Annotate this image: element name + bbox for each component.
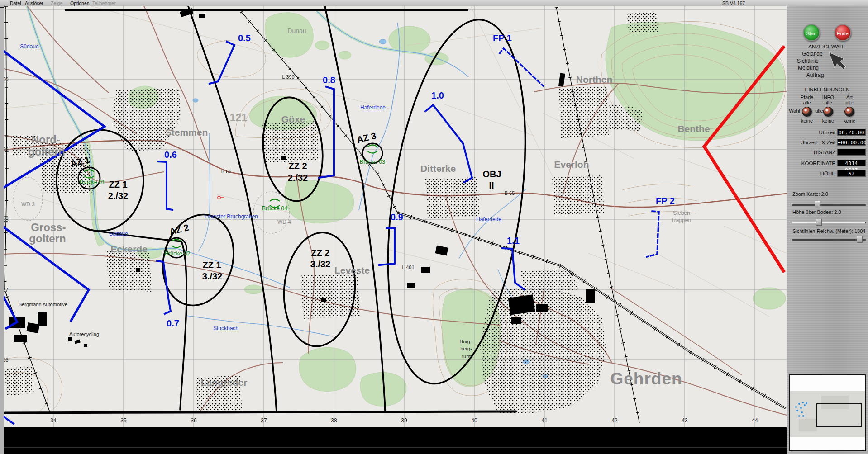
- knob-name: INFO: [818, 95, 839, 100]
- koordinate-label: KOORDINATE: [787, 160, 835, 167]
- slider-track[interactable]: [792, 222, 866, 223]
- hoehe-label: HÖHE: [787, 170, 835, 177]
- hoehe-boden-label: Höhe über Boden: 2.0: [792, 209, 841, 215]
- menu-ausloeser[interactable]: Auslöser: [25, 0, 43, 6]
- option-sichtlinie[interactable]: Sichtlinie: [797, 58, 819, 64]
- art-knob[interactable]: [844, 107, 854, 117]
- knob-top-label: alle: [818, 100, 839, 105]
- slider-handle[interactable]: [857, 236, 863, 243]
- knob-name: Art: [839, 95, 860, 100]
- map-canvas[interactable]: Nord-golternGross-golternStemmenEckerdeG…: [4, 6, 787, 427]
- menu-optionen[interactable]: Optionen: [70, 0, 90, 6]
- uhrzeit-label: Uhrzeit: [787, 129, 835, 136]
- sichtlinien-label: Sichtlinien-Reichw. (Meter): 1804: [792, 228, 865, 234]
- menu-datei[interactable]: Datei: [10, 0, 21, 6]
- slider-handle[interactable]: [816, 219, 822, 226]
- message-bar: [4, 427, 787, 454]
- distanz-display: [837, 149, 866, 156]
- uhrzeit-display: 06:20:00: [837, 129, 866, 136]
- zoom-karte-label: Zoom Karte: 2.0: [792, 191, 828, 197]
- mouse-cursor-icon: [828, 52, 847, 72]
- hoehe-display: 62: [837, 170, 866, 177]
- knob-bottom-label: keine: [839, 118, 860, 123]
- knob-top-label: alle: [839, 100, 860, 105]
- slider-handle[interactable]: [815, 201, 820, 208]
- option-auftrag[interactable]: Auftrag: [806, 72, 824, 78]
- knob-top-label: alle: [796, 100, 817, 105]
- koordinate-display: 4314 9617: [837, 160, 866, 166]
- option-meldung[interactable]: Meldung: [798, 65, 819, 71]
- info-knob[interactable]: [823, 107, 833, 117]
- start-button[interactable]: Start: [803, 24, 820, 41]
- info-knob-group: INFO alle keine: [818, 95, 839, 123]
- sichtlinien-slider[interactable]: [792, 236, 866, 244]
- xzeit-label: Uhrzeit - X-Zeit: [787, 139, 835, 146]
- application-window: Datei Auslöser Zeige Optionen Teilnehmer…: [0, 0, 868, 454]
- option-gelaende[interactable]: Gelände: [802, 51, 822, 57]
- einblendungen-title: EINBLENDUNGEN: [787, 87, 868, 92]
- menu-zeige: Zeige: [51, 0, 62, 6]
- xzeit-display: +00:00:00: [837, 139, 866, 146]
- hoehe-boden-slider[interactable]: [792, 218, 866, 227]
- knob-name: Pfade: [796, 95, 817, 100]
- knob-bottom-label: keine: [818, 118, 839, 123]
- control-sidebar: Start Ende ANZEIGEWAHL Gelände Sichtlini…: [787, 6, 868, 454]
- pfade-knob[interactable]: [802, 107, 812, 117]
- overview-minimap[interactable]: [789, 374, 866, 451]
- slider-track[interactable]: [792, 239, 866, 241]
- map-graphics: [4, 6, 787, 427]
- menu-teilnehmer: Teilnehmer: [92, 0, 115, 6]
- app-version-title: SB V4.167: [722, 0, 745, 6]
- wahl-label: Wahl: [787, 108, 800, 114]
- zoom-karte-slider[interactable]: [792, 201, 866, 209]
- message-bar-divider: [4, 447, 787, 448]
- knob-bottom-label: keine: [796, 118, 817, 123]
- distanz-label: DISTANZ: [787, 149, 835, 156]
- art-knob-group: Art alle keine: [839, 95, 860, 123]
- ende-button[interactable]: Ende: [834, 24, 851, 41]
- menu-bar: Datei Auslöser Zeige Optionen Teilnehmer…: [0, 0, 868, 6]
- anzeigewahl-title: ANZEIGEWAHL: [787, 44, 868, 49]
- slider-track[interactable]: [792, 204, 866, 206]
- minimap-viewport[interactable]: [816, 403, 862, 427]
